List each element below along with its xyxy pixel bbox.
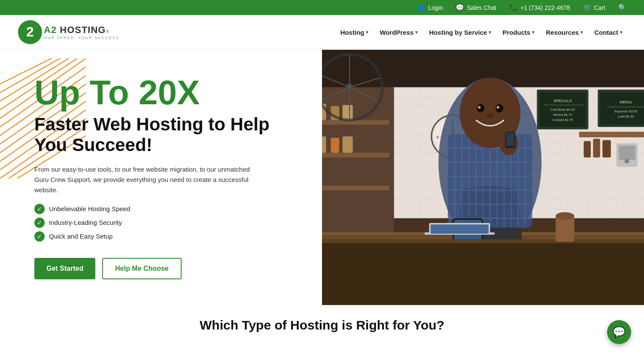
check-icon: ✓ (34, 231, 45, 242)
svg-rect-147 (556, 216, 574, 242)
cart-label: Cart (594, 4, 605, 11)
svg-text:Espresso  $3.50: Espresso $3.50 (614, 109, 637, 113)
search-button[interactable]: 🔍 (618, 3, 627, 12)
svg-point-148 (556, 212, 574, 220)
hero-section: Up To 20X Faster Web Hosting to Help You… (0, 50, 644, 305)
svg-rect-89 (331, 138, 339, 153)
phone-icon: 📞 (509, 3, 518, 12)
feature-security-label: Industry-Leading Security (49, 219, 122, 226)
svg-text:Cold Brew $4.00: Cold Brew $4.00 (550, 108, 574, 112)
sales-chat-label: Sales Chat (467, 4, 496, 11)
svg-text:MENU: MENU (620, 100, 632, 104)
check-icon: ✓ (34, 218, 45, 228)
svg-point-132 (495, 104, 503, 113)
feature-security: ✓ Industry-Leading Security (34, 218, 296, 228)
svg-point-134 (497, 106, 500, 109)
logo-icon: 2 (17, 19, 43, 45)
bottom-teaser-text: Which Type of Hosting is Right for You? (200, 318, 444, 332)
svg-rect-83 (322, 153, 389, 157)
phone-number: +1 (734) 222-4678 (520, 4, 570, 11)
hero-features-list: ✓ Unbelievable Hosting Speed ✓ Industry-… (34, 204, 296, 245)
svg-text:9: 9 (436, 135, 438, 139)
chat-icon: 💬 (456, 3, 464, 12)
svg-rect-144 (431, 224, 489, 234)
chevron-down-icon: ▾ (489, 30, 491, 35)
get-started-button[interactable]: Get Started (34, 258, 95, 279)
check-icon: ✓ (34, 204, 45, 214)
hero-right: MENU Espresso $3.50 Latte $4.50 SPECIALS… (322, 50, 644, 305)
svg-rect-90 (343, 136, 353, 153)
nav-hosting[interactable]: Hosting ▾ (336, 25, 373, 39)
logo-brand-name: A2 HOSTING® (44, 24, 119, 36)
chat-bubble-icon: 💬 (613, 326, 626, 338)
logo[interactable]: 2 A2 HOSTING® Our Speed, Your Success (17, 19, 119, 45)
feature-speed-label: Unbelievable Hosting Speed (49, 205, 130, 212)
svg-text:Cortado  $3.75: Cortado $3.75 (552, 118, 573, 122)
hero-heading-sub: Faster Web Hosting to Help You Succeed! (34, 114, 296, 156)
feature-setup-label: Quick and Easy Setup (49, 233, 112, 240)
feature-speed: ✓ Unbelievable Hosting Speed (34, 204, 296, 214)
nav-hosting-by-service[interactable]: Hosting by Service ▾ (425, 25, 495, 39)
chevron-down-icon: ▾ (415, 30, 418, 35)
svg-point-131 (477, 104, 484, 113)
svg-rect-145 (322, 239, 644, 305)
logo-text: A2 HOSTING® Our Speed, Your Success (44, 24, 119, 40)
svg-rect-71 (579, 132, 644, 137)
svg-text:Latte     $4.50: Latte $4.50 (618, 115, 634, 118)
hero-heading-big: Up To 20X (34, 76, 296, 110)
svg-text:SPECIALS: SPECIALS (553, 99, 572, 103)
hero-buttons: Get Started Help Me Choose (34, 258, 296, 279)
svg-rect-72 (584, 141, 591, 157)
main-nav: 2 A2 HOSTING® Our Speed, Your Success Ho… (0, 15, 644, 50)
login-label: Login (428, 4, 443, 11)
chevron-down-icon: ▾ (580, 30, 583, 35)
top-bar: 👤 Login 💬 Sales Chat 📞 +1 (734) 222-4678… (0, 0, 644, 15)
svg-rect-146 (322, 239, 644, 243)
cart-link[interactable]: 🛒 Cart (583, 3, 605, 12)
svg-point-133 (478, 106, 481, 109)
svg-rect-138 (506, 133, 514, 146)
chat-bubble-button[interactable]: 💬 (607, 320, 631, 341)
svg-rect-74 (602, 140, 611, 157)
svg-point-135 (487, 113, 493, 118)
svg-rect-84 (322, 185, 389, 190)
svg-rect-76 (619, 146, 635, 160)
nav-links: Hosting ▾ WordPress ▾ Hosting by Service… (336, 25, 627, 39)
svg-text:Mocha    $4.75: Mocha $4.75 (553, 113, 572, 117)
svg-rect-59 (600, 92, 644, 124)
feature-setup: ✓ Quick and Easy Setup (34, 231, 296, 242)
svg-rect-88 (322, 136, 326, 153)
chevron-down-icon: ▾ (366, 30, 368, 35)
svg-rect-73 (593, 139, 600, 157)
user-icon: 👤 (417, 3, 425, 12)
phone-link[interactable]: 📞 +1 (734) 222-4678 (509, 3, 570, 12)
sales-chat-link[interactable]: 💬 Sales Chat (456, 3, 496, 12)
nav-resources[interactable]: Resources ▾ (541, 25, 587, 39)
nav-products[interactable]: Products ▾ (498, 25, 539, 39)
hero-left: Up To 20X Faster Web Hosting to Help You… (0, 50, 322, 305)
hero-image: MENU Espresso $3.50 Latte $4.50 SPECIALS… (322, 50, 644, 305)
chevron-down-icon: ▾ (620, 30, 623, 35)
bottom-teaser: Which Type of Hosting is Right for You? (0, 305, 644, 341)
hero-description: From our easy-to-use tools, to our free … (34, 164, 258, 195)
cart-icon: 🛒 (583, 3, 592, 12)
svg-point-77 (624, 159, 629, 163)
svg-rect-87 (343, 105, 353, 120)
logo-tagline: Our Speed, Your Success (44, 36, 119, 40)
nav-contact[interactable]: Contact ▾ (590, 25, 627, 39)
search-icon: 🔍 (618, 3, 627, 12)
login-link[interactable]: 👤 Login (417, 3, 443, 12)
svg-text:2: 2 (26, 24, 34, 39)
nav-wordpress[interactable]: WordPress ▾ (375, 25, 422, 39)
chevron-down-icon: ▾ (532, 30, 535, 35)
help-me-choose-button[interactable]: Help Me Choose (102, 258, 181, 279)
